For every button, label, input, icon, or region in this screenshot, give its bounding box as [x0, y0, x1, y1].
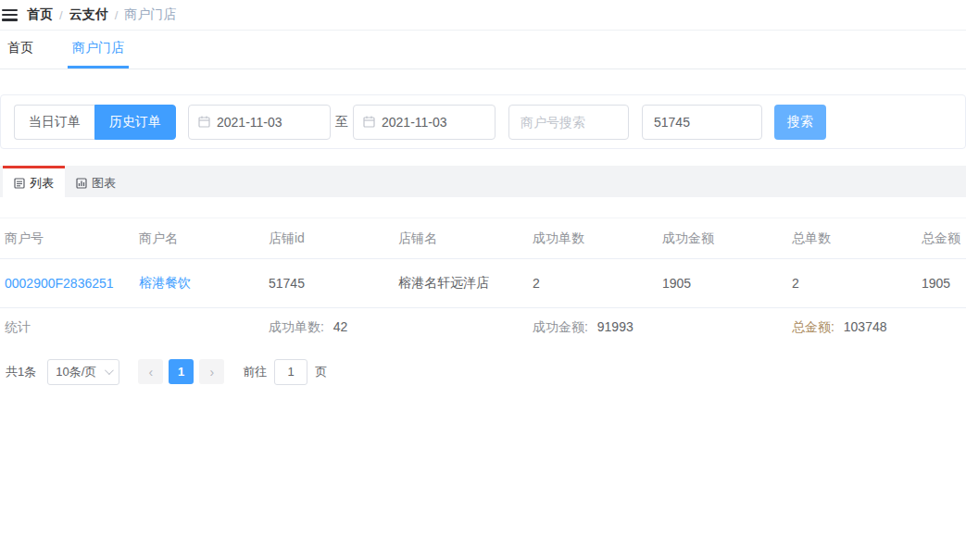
store-id-cell: 51745 [264, 259, 394, 308]
col-total-amount: 总金额 [917, 218, 966, 259]
chevron-down-icon [105, 366, 114, 375]
goto-label: 前往 [243, 364, 267, 380]
page-number-button[interactable]: 1 [169, 359, 194, 384]
store-search-input[interactable] [642, 105, 762, 140]
tab-merchant-stores[interactable]: 商户门店 [68, 31, 129, 68]
breadcrumb-separator: / [59, 8, 63, 22]
merchant-search-input[interactable] [508, 105, 629, 140]
merchant-stores-table: 商户号 商户名 店铺id 店铺名 成功单数 成功金额 总单数 总金额 00029… [0, 218, 966, 348]
end-date-value: 2021-11-03 [382, 115, 447, 130]
today-orders-button[interactable]: 当日订单 [14, 105, 94, 140]
calendar-icon [198, 116, 210, 128]
summary-total-amount-label: 总金额: [792, 319, 834, 334]
col-store-name: 店铺名 [394, 218, 528, 259]
success-amount-cell: 1905 [658, 259, 787, 308]
col-merchant-name: 商户名 [134, 218, 264, 259]
col-merchant-id: 商户号 [0, 218, 134, 259]
summary-total-amount-value: 103748 [844, 319, 887, 334]
breadcrumb-item-merchant-stores: 商户门店 [124, 6, 176, 23]
breadcrumb-item-home[interactable]: 首页 [27, 6, 53, 23]
tab-home[interactable]: 首页 [3, 31, 38, 68]
hamburger-icon[interactable] [2, 9, 18, 21]
store-name-cell: 榕港名轩远洋店 [394, 259, 528, 308]
breadcrumb: 首页 / 云支付 / 商户门店 [0, 0, 966, 31]
view-tabs: 列表 图表 [0, 166, 966, 197]
col-total-orders: 总单数 [787, 218, 917, 259]
page-size-value: 10条/页 [56, 364, 96, 380]
total-orders-cell: 2 [787, 259, 917, 308]
start-date-picker[interactable]: 2021-11-03 [188, 105, 331, 140]
tab-list-label: 列表 [30, 175, 54, 192]
pagination: 共1条 10条/页 ‹ 1 › 前往 页 [0, 359, 966, 385]
pager: ‹ 1 › [138, 359, 224, 384]
col-store-id: 店铺id [264, 218, 394, 259]
breadcrumb-item-cloudpay[interactable]: 云支付 [69, 6, 108, 23]
tab-chart-view[interactable]: 图表 [65, 166, 127, 197]
summary-success-amount-label: 成功金额: [533, 319, 588, 334]
date-range-separator: 至 [335, 114, 348, 131]
nav-tabs: 首页 商户门店 [0, 31, 966, 69]
order-type-toggle: 当日订单 历史订单 [14, 105, 176, 140]
summary-row: 统计 成功单数: 42 成功金额: 91993 总金额: 103748 [0, 308, 966, 348]
summary-success-amount-value: 91993 [597, 319, 634, 334]
end-date-picker[interactable]: 2021-11-03 [353, 105, 496, 140]
table-row: 0002900F2836251 榕港餐饮 51745 榕港名轩远洋店 2 190… [0, 259, 966, 308]
summary-success-orders-value: 42 [333, 319, 348, 334]
goto-page-input[interactable] [274, 359, 307, 385]
breadcrumb-separator: / [115, 8, 119, 22]
col-success-amount: 成功金额 [658, 218, 787, 259]
next-page-icon[interactable]: › [199, 359, 224, 384]
success-orders-cell: 2 [528, 259, 658, 308]
merchant-name-link[interactable]: 榕港餐饮 [139, 275, 191, 290]
goto-page: 前往 页 [243, 359, 327, 385]
prev-page-icon[interactable]: ‹ [138, 359, 163, 384]
col-success-orders: 成功单数 [528, 218, 658, 259]
calendar-icon [363, 116, 375, 128]
search-button[interactable]: 搜索 [774, 105, 826, 140]
tab-merchant-stores-label: 商户门店 [72, 40, 124, 56]
summary-success-orders-label: 成功单数: [269, 319, 324, 334]
summary-title: 统计 [5, 319, 31, 334]
chart-icon [76, 178, 87, 189]
tab-chart-label: 图表 [92, 175, 116, 192]
tab-home-label: 首页 [7, 40, 33, 56]
tab-list-view[interactable]: 列表 [3, 166, 65, 197]
goto-suffix: 页 [315, 364, 327, 380]
start-date-value: 2021-11-03 [217, 115, 282, 130]
page-size-select[interactable]: 10条/页 [47, 359, 119, 385]
filter-bar: 当日订单 历史订单 2021-11-03 至 2021-11-03 搜索 [0, 94, 966, 149]
list-icon [14, 178, 25, 189]
history-orders-button[interactable]: 历史订单 [94, 105, 176, 140]
total-count-label: 共1条 [6, 364, 36, 380]
total-amount-cell: 1905 [917, 259, 966, 308]
table-header-row: 商户号 商户名 店铺id 店铺名 成功单数 成功金额 总单数 总金额 [0, 218, 966, 259]
merchant-id-link[interactable]: 0002900F2836251 [5, 276, 114, 291]
